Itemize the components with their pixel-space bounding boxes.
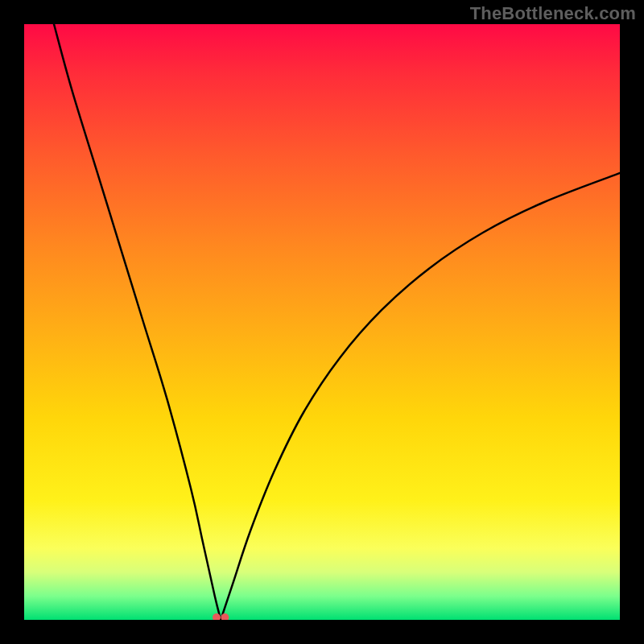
curve-right-branch	[221, 173, 620, 620]
curve-left-branch	[54, 24, 221, 620]
chart-frame: TheBottleneck.com	[0, 0, 644, 644]
bottleneck-curve	[24, 24, 620, 620]
plot-area	[24, 24, 620, 620]
watermark-text: TheBottleneck.com	[470, 3, 636, 24]
